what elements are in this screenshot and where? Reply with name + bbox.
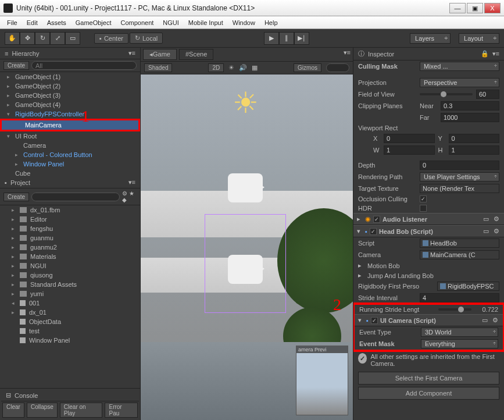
project-item[interactable]: Window Panel [0,336,140,345]
fov-field[interactable]: 60 [476,90,499,99]
menu-component[interactable]: Component [116,19,158,26]
gear-icon[interactable]: ⚙ [492,227,501,235]
pause-button[interactable]: ∥ [279,32,294,45]
game-tab[interactable]: ◂Game [143,49,177,60]
hierarchy-item[interactable]: ▸GameObject (4) [0,100,140,109]
gear-icon[interactable]: ⚙ [491,316,499,324]
scene-search-input[interactable] [326,63,349,72]
hierarchy-item[interactable]: ▸GameObject (1) [0,72,140,81]
scene-viewport[interactable]: 2 amera Previ [141,74,353,420]
project-item[interactable]: ObjectData [0,317,140,326]
maximize-button[interactable]: ▣ [467,3,483,13]
move-tool[interactable]: ✥ [20,32,35,45]
fov-slider[interactable] [420,93,473,95]
head-bob-enabled[interactable] [370,228,377,235]
projection-dropdown[interactable]: Perspective [420,78,499,87]
play-button[interactable]: ▶ [264,32,279,45]
step-button[interactable]: ▶∣ [294,32,309,45]
select-first-camera-button[interactable]: Select the First Camera [358,372,499,385]
console-clear[interactable]: Clear [2,403,24,418]
panel-menu-icon[interactable]: ▾≡ [128,49,135,57]
hierarchy-create-dropdown[interactable]: Create [3,61,29,70]
hierarchy-item[interactable]: ▾UI Root [0,131,140,141]
camera-field[interactable]: MainCamera (C [420,250,499,259]
project-item[interactable]: ▸Materials [0,252,140,261]
jump-bob-foldout[interactable]: Jump And Landing Bob [367,272,434,279]
rotate-tool[interactable]: ↻ [35,32,50,45]
menu-ngui[interactable]: NGUI [158,19,184,26]
gear-icon[interactable]: ⚙ [492,215,501,223]
local-global-toggle[interactable]: ↻Local [130,33,163,44]
project-item[interactable]: ▸NGUI [0,261,140,270]
hierarchy-item[interactable]: ▸Window Panel [0,159,140,169]
menu-file[interactable]: File [2,19,22,26]
scene-tab[interactable]: #Scene [179,49,213,60]
fx-toggle-icon[interactable]: ▦ [252,64,258,72]
hierarchy-item[interactable]: MainCamera [0,119,140,131]
menu-edit[interactable]: Edit [22,19,42,26]
layers-dropdown[interactable]: Layers [410,33,451,44]
project-create-dropdown[interactable]: Create [3,193,29,201]
shaded-dropdown[interactable]: Shaded [144,63,172,72]
script-field[interactable]: HeadBob [420,239,499,248]
viewport-y-field[interactable]: 0 [449,134,500,143]
console-tab[interactable]: ⊟Console [1,390,139,401]
project-item[interactable]: ▸dx_01.fbm [0,205,140,215]
menu-help[interactable]: Help [260,19,283,26]
motion-bob-foldout[interactable]: Motion Bob [367,262,400,269]
panel-menu-icon[interactable]: ▾≡ [492,50,499,58]
console-errorpause[interactable]: Error Pau [105,403,138,418]
add-component-button[interactable]: Add Component [358,387,499,400]
inspector-tab[interactable]: ⓘInspector 🔒▾≡ [353,48,504,60]
close-button[interactable]: X [484,3,501,13]
gizmos-dropdown[interactable]: Gizmos [294,63,321,72]
project-item[interactable]: ◂001 [0,298,140,308]
target-texture-field[interactable]: None (Render Tex [420,184,499,193]
clip-near-field[interactable]: 0.3 [441,101,499,111]
project-item[interactable]: ▸Standard Assets [0,280,140,289]
help-icon[interactable]: ▭ [481,316,489,324]
light-toggle-icon[interactable]: ☀ [228,64,234,72]
depth-field[interactable]: 0 [420,161,499,170]
rect-tool[interactable]: ▭ [65,32,80,45]
hierarchy-item[interactable]: ▸Control - Colored Button [0,150,140,159]
rendering-path-dropdown[interactable]: Use Player Settings [420,172,499,181]
project-item[interactable]: ▸Editor [0,215,140,224]
hierarchy-item[interactable]: ▾RigidBodyFPSController [0,109,140,119]
event-type-dropdown[interactable]: 3D World [421,328,498,337]
panel-menu-icon[interactable]: ▾≡ [344,49,351,60]
project-item[interactable]: ▸guanmu2 [0,243,140,252]
help-icon[interactable]: ▭ [482,227,490,235]
scale-tool[interactable]: ⤢ [50,32,65,45]
event-mask-dropdown[interactable]: Everything [421,339,498,348]
minimize-button[interactable]: — [449,3,466,13]
project-item[interactable]: ▸qiusong [0,270,140,280]
occlusion-checkbox[interactable] [420,195,427,202]
head-bob-header[interactable]: ▾▪ Head Bob (Script) ▭⚙ [353,225,504,237]
culling-mask-dropdown[interactable]: Mixed ... [420,62,499,71]
help-icon[interactable]: ▭ [482,215,490,223]
2d-toggle[interactable]: 2D [208,63,224,72]
audio-listener-header[interactable]: ▸◉ Audio Listener ▭⚙ [353,213,504,225]
project-tab[interactable]: ▪Project ▾≡ [0,177,140,188]
viewport-w-field[interactable]: 1 [384,145,435,155]
ui-camera-header[interactable]: ▾▪ UI Camera (Script) ▭⚙ [355,314,503,326]
project-search-input[interactable] [31,193,120,201]
hdr-checkbox[interactable] [420,205,427,212]
lock-icon[interactable]: 🔒 [481,50,489,58]
menu-assets[interactable]: Assets [42,19,71,26]
pivot-center-toggle[interactable]: ▪Center [94,33,128,44]
hierarchy-item[interactable]: ▸GameObject (3) [0,91,140,100]
audio-listener-enabled[interactable] [373,216,380,223]
menu-window[interactable]: Window [228,19,260,26]
hierarchy-item[interactable]: Camera [0,141,140,150]
stride-field[interactable]: 4 [420,293,499,302]
hand-tool[interactable]: ✋ [5,32,20,45]
running-stride-slider[interactable] [438,308,471,311]
menu-gameobject[interactable]: GameObject [71,19,116,26]
viewport-x-field[interactable]: 0 [384,134,435,143]
console-clearonplay[interactable]: Clear on Play [60,403,103,418]
clip-far-field[interactable]: 1000 [441,113,499,122]
console-collapse[interactable]: Collapse [27,403,58,418]
project-item[interactable]: test [0,326,140,336]
